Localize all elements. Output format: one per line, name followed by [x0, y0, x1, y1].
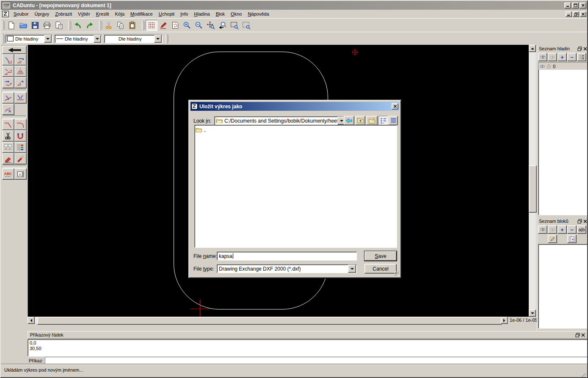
- minimize-button[interactable]: [564, 3, 571, 8]
- menu-item-soubor[interactable]: Soubor: [11, 11, 31, 17]
- cancel-button[interactable]: Cancel: [364, 264, 397, 274]
- horizontal-scrollbar[interactable]: [28, 317, 508, 324]
- layer-list[interactable]: 0: [538, 62, 588, 215]
- open-file-button[interactable]: [17, 20, 29, 31]
- toolbar-handle[interactable]: [142, 21, 144, 30]
- dialog-close-button[interactable]: [392, 103, 398, 110]
- detail-view-button[interactable]: [389, 116, 398, 125]
- file-list-item[interactable]: ..: [196, 126, 396, 134]
- tool-stretch-button[interactable]: [14, 130, 27, 142]
- mdi-minimize-button[interactable]: [566, 11, 572, 17]
- menu-item-kreslit[interactable]: Kreslit: [93, 11, 112, 17]
- insert-block-button[interactable]: [567, 235, 577, 243]
- mdi-restore-button[interactable]: [573, 11, 579, 17]
- zoom-window-button[interactable]: [229, 20, 240, 31]
- tool-attributes-button[interactable]: [14, 142, 27, 153]
- add-layer-button[interactable]: +: [558, 53, 567, 61]
- vertical-scrollbar[interactable]: [529, 45, 536, 317]
- dropdown-arrow-icon[interactable]: [44, 35, 52, 43]
- toolbar-handle[interactable]: [166, 34, 168, 44]
- tool-move-button[interactable]: [2, 54, 14, 66]
- close-panel-icon[interactable]: [580, 332, 586, 338]
- dialog-resize-grip[interactable]: [395, 271, 400, 277]
- back-button[interactable]: [344, 116, 354, 125]
- copy-button[interactable]: [115, 20, 127, 31]
- menu-item-hladina[interactable]: Hladina: [191, 11, 213, 17]
- new-document-button[interactable]: [6, 20, 17, 31]
- remove-block-button[interactable]: −: [567, 225, 577, 234]
- tool-rotate-button[interactable]: [14, 54, 27, 66]
- zoom-out-button[interactable]: [193, 20, 205, 31]
- scroll-down-button[interactable]: [529, 310, 536, 317]
- tool-text-button[interactable]: ABC: [2, 168, 14, 180]
- pen-linetype-combo[interactable]: Dle hladiny: [104, 35, 163, 43]
- menu-item-kota[interactable]: Kóta: [112, 11, 127, 17]
- command-history[interactable]: 0,030,50: [28, 339, 588, 356]
- toolbar-handle[interactable]: [2, 34, 4, 44]
- grid-toggle-button[interactable]: [146, 20, 157, 31]
- menu-item-napoveda[interactable]: Nápověda: [245, 11, 272, 17]
- toolbar-handle[interactable]: [68, 21, 70, 30]
- redo-button[interactable]: [84, 20, 96, 31]
- close-button[interactable]: [580, 3, 586, 8]
- hide-all-blocks-button[interactable]: [548, 225, 557, 234]
- dropdown-arrow-icon[interactable]: [154, 35, 162, 43]
- tool-mirror-button[interactable]: [14, 66, 27, 77]
- undo-button[interactable]: [72, 20, 84, 31]
- layer-row[interactable]: 0: [538, 63, 588, 70]
- window-resize-grip[interactable]: [581, 373, 587, 378]
- mdi-close-button[interactable]: [580, 11, 586, 17]
- file-name-input[interactable]: kapsa: [217, 252, 357, 260]
- rename-block-button[interactable]: a|b: [577, 225, 586, 234]
- tool-bevel-button[interactable]: [2, 119, 14, 130]
- menu-item-okno[interactable]: Okno: [228, 11, 245, 17]
- menu-item-zobrazit[interactable]: Zobrazit: [52, 11, 75, 17]
- scroll-left-button[interactable]: [28, 317, 35, 324]
- menu-item-blok[interactable]: Blok: [213, 11, 228, 17]
- show-all-blocks-button[interactable]: [538, 225, 547, 234]
- add-block-button[interactable]: +: [558, 225, 567, 234]
- tool-edit-text-button[interactable]: A: [14, 168, 27, 180]
- redraw-button[interactable]: [169, 20, 181, 31]
- close-panel-icon[interactable]: [582, 46, 588, 52]
- hscroll-thumb[interactable]: [37, 317, 502, 325]
- zoom-previous-button[interactable]: [217, 20, 229, 31]
- tool-move-rotate-button[interactable]: [2, 77, 14, 88]
- block-list[interactable]: [538, 244, 588, 329]
- menu-item-info[interactable]: Info: [177, 11, 191, 17]
- menu-item-uchopit[interactable]: Uchopit: [156, 11, 177, 17]
- edit-block-button[interactable]: [548, 235, 557, 243]
- tool-properties-button[interactable]: [2, 142, 14, 153]
- zoom-auto-button[interactable]: [205, 20, 217, 31]
- zoom-selection-button[interactable]: [240, 20, 252, 31]
- tool-trim-two-button[interactable]: [14, 92, 27, 104]
- new-folder-button[interactable]: [366, 116, 378, 125]
- tool-lengthen-button[interactable]: [2, 104, 14, 115]
- layer-attributes-button[interactable]: [577, 53, 586, 61]
- dialog-titlebar[interactable]: Uložit výkres jako: [190, 102, 399, 111]
- print-preview-button[interactable]: [53, 20, 65, 31]
- up-one-level-button[interactable]: [355, 116, 365, 125]
- tool-back-button[interactable]: [2, 46, 27, 54]
- save-button[interactable]: Save: [364, 251, 397, 261]
- layer-visible-icon[interactable]: [539, 63, 545, 69]
- list-view-button[interactable]: [378, 116, 388, 125]
- file-type-combo[interactable]: Drawing Exchange DXF 2000 (*.dxf): [217, 264, 357, 273]
- scroll-right-button[interactable]: [501, 317, 508, 324]
- print-button[interactable]: [41, 20, 53, 31]
- draft-mode-button[interactable]: [157, 20, 169, 31]
- show-all-layers-button[interactable]: [538, 53, 547, 61]
- maximize-button[interactable]: [572, 3, 579, 8]
- hide-all-layers-button[interactable]: [548, 53, 557, 61]
- dropdown-arrow-icon[interactable]: [94, 35, 101, 43]
- save-file-button[interactable]: [29, 20, 41, 31]
- menu-item-upravy[interactable]: Úpravy: [31, 11, 52, 17]
- remove-layer-button[interactable]: −: [567, 53, 577, 61]
- toolbar-handle[interactable]: [2, 21, 4, 30]
- zoom-in-button[interactable]: [181, 20, 193, 31]
- float-panel-icon[interactable]: [575, 332, 580, 338]
- look-in-combo[interactable]: C:/Documents and Settings/bobik/Dokument…: [214, 116, 346, 125]
- command-input[interactable]: [45, 357, 588, 364]
- tool-trim-button[interactable]: [2, 92, 14, 104]
- file-list[interactable]: ..: [194, 125, 397, 248]
